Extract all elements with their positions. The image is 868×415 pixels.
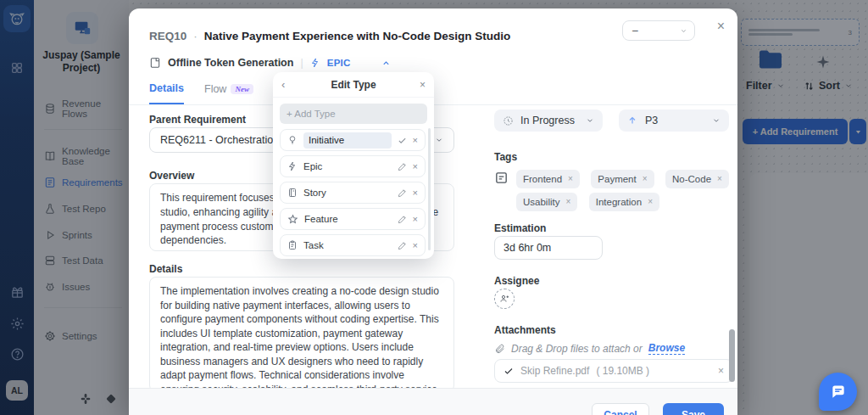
assignee-label: Assignee [494, 275, 539, 287]
lightning-icon [310, 58, 320, 68]
attachment-size: ( 19.10MB ) [596, 365, 649, 377]
cancel-button[interactable]: Cancel [592, 403, 649, 415]
tags-row-1: Frontend× Payment× No-Code× [516, 170, 737, 188]
details-label: Details [149, 263, 182, 275]
browse-link[interactable]: Browse [648, 342, 685, 355]
tag-chip[interactable]: No-Code× [665, 170, 729, 188]
parent-requirement-label: Parent Requirement [149, 114, 246, 126]
tags-list-icon [494, 171, 509, 185]
tags-label: Tags [494, 151, 517, 163]
dropzone[interactable]: Drag & Drop files to attach or Browse [494, 342, 685, 355]
chat-bubble-icon [830, 384, 847, 401]
chevron-up-icon[interactable] [381, 59, 391, 68]
type-list: Initiative × Epic × Story × Feature × [273, 129, 434, 256]
chevron-down-icon [712, 116, 721, 125]
remove-tag-icon[interactable]: × [568, 175, 573, 183]
delete-type-icon[interactable]: × [413, 241, 418, 250]
add-type-input[interactable]: + Add Type [280, 104, 427, 124]
type-row-task[interactable]: Task × [280, 234, 426, 256]
type-row-story[interactable]: Story × [280, 182, 426, 204]
paperclip-icon [494, 343, 505, 354]
book-icon [287, 188, 298, 198]
tag-chip[interactable]: Integration× [589, 193, 659, 211]
screen: AL Juspay (Sample Project) Revenue Flows… [0, 0, 868, 415]
remove-tag-icon[interactable]: × [648, 198, 653, 206]
new-badge: New [231, 84, 253, 94]
tag-chip[interactable]: Usability× [516, 193, 577, 211]
clipboard-icon [287, 240, 298, 250]
details-text[interactable]: The implementation involves creating a n… [149, 277, 454, 392]
edit-type-popup: ‹ Edit Type × + Add Type Initiative × Ep… [273, 72, 434, 259]
remove-attachment-icon[interactable]: × [718, 365, 724, 377]
priority-dropdown[interactable]: P3 [619, 109, 729, 132]
header-select[interactable]: – [622, 20, 695, 41]
save-button[interactable]: Save [663, 403, 724, 415]
requirement-title: Native Payment Experience with No-Code D… [204, 30, 511, 42]
tag-chip[interactable]: Payment× [591, 170, 654, 188]
estimation-input[interactable]: 3d 6hr 0m [494, 236, 603, 260]
tab-flow[interactable]: Flow New [204, 80, 253, 104]
estimation-label: Estimation [494, 222, 546, 234]
type-row-epic[interactable]: Epic × [280, 155, 426, 177]
lightbulb-icon [287, 135, 298, 145]
chevron-down-icon [680, 27, 687, 35]
star-icon [287, 214, 298, 225]
popup-header: ‹ Edit Type × [273, 72, 434, 98]
delete-type-icon[interactable]: × [413, 162, 418, 171]
priority-arrow-up-icon [627, 115, 637, 126]
type-name-input[interactable]: Initiative [303, 132, 392, 149]
person-add-icon [499, 294, 509, 304]
type-row-initiative[interactable]: Initiative × [280, 129, 426, 151]
chevron-down-icon [586, 116, 594, 125]
edit-type-icon[interactable] [398, 215, 407, 224]
popup-close-icon[interactable]: × [420, 79, 426, 91]
lightning-icon [287, 161, 298, 171]
remove-tag-icon[interactable]: × [565, 198, 570, 206]
modal-title-row: REQ10 · Native Payment Experience with N… [149, 30, 510, 42]
attachments-label: Attachments [494, 324, 556, 336]
type-crumb[interactable]: EPIC [327, 58, 351, 68]
breadcrumb: Offline Token Generation | EPIC [149, 57, 391, 69]
requirement-id: REQ10 [149, 30, 186, 42]
document-icon [149, 57, 161, 69]
remove-tag-icon[interactable]: × [643, 175, 648, 183]
check-icon [504, 366, 514, 376]
popup-scrollbar[interactable] [428, 128, 431, 250]
edit-type-icon[interactable] [398, 162, 407, 171]
parent-crumb[interactable]: Offline Token Generation [168, 57, 293, 69]
type-row-feature[interactable]: Feature × [280, 208, 426, 230]
chat-launcher-button[interactable] [819, 373, 857, 411]
cancel-edit-icon[interactable]: × [413, 136, 418, 145]
chevron-down-icon [435, 136, 443, 144]
delete-type-icon[interactable]: × [413, 188, 418, 198]
tag-chip[interactable]: Frontend× [516, 170, 580, 188]
status-in-progress-icon [503, 115, 514, 126]
overview-label: Overview [149, 170, 194, 182]
edit-type-icon[interactable] [398, 188, 407, 198]
attachment-name: Skip Refine.pdf [520, 365, 589, 377]
tab-details[interactable]: Details [149, 80, 184, 104]
close-icon[interactable]: × [717, 20, 725, 33]
add-assignee-button[interactable] [494, 289, 515, 309]
modal-footer: Cancel Save [129, 388, 737, 415]
edit-type-icon[interactable] [398, 241, 407, 250]
confirm-icon[interactable] [398, 136, 407, 145]
back-icon[interactable]: ‹ [281, 78, 285, 91]
tags-row-2: Usability× Integration× [516, 193, 737, 211]
modal-scrollbar[interactable] [729, 329, 735, 382]
status-dropdown[interactable]: In Progress [494, 109, 603, 132]
attachment-item[interactable]: Skip Refine.pdf ( 19.10MB ) × [494, 359, 733, 383]
remove-tag-icon[interactable]: × [717, 175, 722, 183]
popup-title: Edit Type [331, 79, 376, 91]
delete-type-icon[interactable]: × [413, 215, 418, 224]
